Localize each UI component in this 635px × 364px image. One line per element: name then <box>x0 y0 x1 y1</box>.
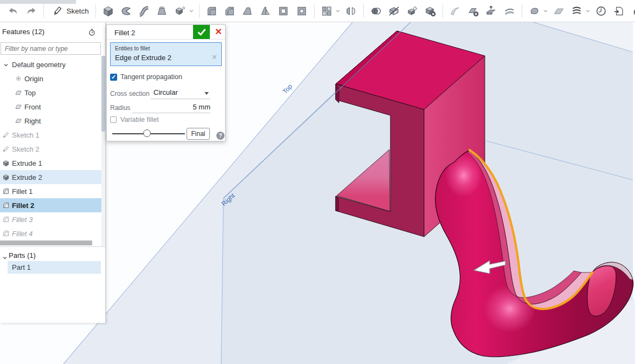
parts-header[interactable]: Parts (1) <box>9 251 36 259</box>
tree-item-fillet-1[interactable]: Fillet 1 <box>0 184 101 198</box>
loft-icon[interactable] <box>156 4 169 17</box>
features-header: Features (12) <box>2 28 44 36</box>
entities-label: Entities to fillet <box>115 46 150 51</box>
export-icon[interactable] <box>613 4 626 17</box>
pattern-chevron-icon[interactable] <box>334 4 342 17</box>
tree-item-front-plane[interactable]: Front <box>0 100 101 114</box>
rib-icon[interactable] <box>259 4 272 17</box>
revolve-icon[interactable] <box>119 4 132 17</box>
tree-item-fillet-3[interactable]: Fillet 3 <box>0 212 101 226</box>
sweep-icon[interactable] <box>138 4 151 17</box>
fillet-icon <box>3 230 9 237</box>
tree-item-extrude-1[interactable]: Extrude 1 <box>0 156 101 170</box>
mirror-icon[interactable] <box>345 4 358 17</box>
tree-item-default-geometry[interactable]: Default geometry <box>0 57 101 72</box>
fillet-icon <box>3 188 9 194</box>
dialog-title: Fillet 2 <box>114 29 135 37</box>
clear-selection-icon[interactable]: ✕ <box>211 53 217 61</box>
parts-chevron-down-icon[interactable] <box>2 253 8 263</box>
tree-item-extrude-2[interactable]: Extrude 2 <box>0 170 101 184</box>
surface-icon[interactable] <box>552 4 565 17</box>
rollback-slider-thumb[interactable] <box>143 129 151 137</box>
tangent-propagation-label: Tangent propagation <box>120 73 182 81</box>
hole-icon[interactable] <box>295 4 308 17</box>
extrude-icon <box>3 174 9 180</box>
tree-item-right-plane[interactable]: Right <box>0 114 101 128</box>
fillet-icon <box>3 216 9 223</box>
tree-item-fillet-4[interactable]: Fillet 4 <box>0 226 101 240</box>
sketch-pencil-icon <box>50 4 63 17</box>
transform-icon[interactable] <box>406 4 419 17</box>
tangent-propagation-checkbox[interactable]: ✓ <box>110 74 117 81</box>
enclose-chevron-icon[interactable] <box>542 4 549 17</box>
delete-face-icon[interactable] <box>467 4 480 17</box>
rollback-clock-icon[interactable] <box>595 4 608 17</box>
extrude-icon[interactable] <box>101 4 114 17</box>
shell-icon[interactable] <box>277 4 290 17</box>
modify-fillet-icon[interactable] <box>448 4 461 17</box>
fillet-icon <box>3 202 9 209</box>
chamfer-icon[interactable] <box>223 4 236 17</box>
tree-item-origin[interactable]: Origin <box>0 72 101 86</box>
tree-item-sketch-2[interactable]: Sketch 2 <box>0 142 101 156</box>
offset-surface-icon[interactable] <box>503 4 516 17</box>
linear-pattern-icon[interactable] <box>320 4 333 17</box>
sketch-icon <box>3 146 9 152</box>
helix-chevron-icon[interactable] <box>584 4 592 17</box>
extrude-more-chevron-icon[interactable] <box>188 4 195 17</box>
delete-part-icon[interactable] <box>424 4 437 17</box>
sketch-button[interactable]: Sketch <box>50 4 88 17</box>
undo-icon[interactable] <box>7 4 20 17</box>
feature-toolbar: Sketch <box>0 0 635 22</box>
thicken-icon[interactable] <box>174 4 187 17</box>
stopwatch-icon[interactable] <box>88 28 95 38</box>
split-icon[interactable] <box>388 4 401 17</box>
variable-fillet-label: Variable fillet <box>120 116 159 123</box>
redo-icon[interactable] <box>25 4 38 17</box>
part-list-item[interactable]: Part 1 <box>8 261 101 274</box>
cross-section-label: Cross section <box>110 90 150 98</box>
cross-section-caret-icon[interactable] <box>204 92 209 95</box>
final-button[interactable]: Final <box>187 128 210 140</box>
tree-item-sketch-1[interactable]: Sketch 1 <box>0 128 101 142</box>
move-face-icon[interactable] <box>485 4 498 17</box>
fillet-dialog: Fillet 2 ✕ Entities to fillet Edge of Ex… <box>106 24 226 141</box>
browser-edge-strip <box>0 0 76 4</box>
extrude-icon <box>3 160 9 166</box>
variables-icon[interactable] <box>631 4 635 17</box>
radius-label: Radius <box>110 104 130 112</box>
entities-value: Edge of Extrude 2 <box>115 54 171 62</box>
enclose-icon[interactable] <box>528 4 541 17</box>
variable-fillet-checkbox[interactable] <box>110 116 117 123</box>
filter-input[interactable] <box>1 42 101 55</box>
chevron-down-icon[interactable] <box>3 61 10 68</box>
vertical-scrollbar[interactable] <box>101 56 105 132</box>
dialog-accept-button[interactable] <box>193 25 210 39</box>
helix-icon[interactable] <box>570 4 583 17</box>
help-icon[interactable]: ? <box>216 132 225 140</box>
plane-icon <box>15 118 22 124</box>
plane-icon <box>15 89 22 96</box>
fillet-icon[interactable] <box>205 4 218 17</box>
radius-input[interactable]: 5 mm <box>151 103 210 111</box>
sketch-icon <box>3 132 9 138</box>
horizontal-scrollbar[interactable] <box>0 240 92 245</box>
entities-to-fillet-field[interactable]: Entities to fillet Edge of Extrude 2 ✕ <box>110 42 222 66</box>
tree-item-top-plane[interactable]: Top <box>0 86 101 100</box>
tree-item-fillet-2[interactable]: Fillet 2 <box>0 198 101 212</box>
cross-section-select[interactable]: Circular <box>153 88 178 96</box>
boolean-icon[interactable] <box>370 4 383 17</box>
plane-icon <box>15 103 22 110</box>
draft-icon[interactable] <box>241 4 254 17</box>
origin-icon <box>15 75 22 82</box>
dialog-cancel-button[interactable]: ✕ <box>213 27 224 37</box>
features-panel: Features (12) Default geometry Origin To… <box>0 22 106 323</box>
